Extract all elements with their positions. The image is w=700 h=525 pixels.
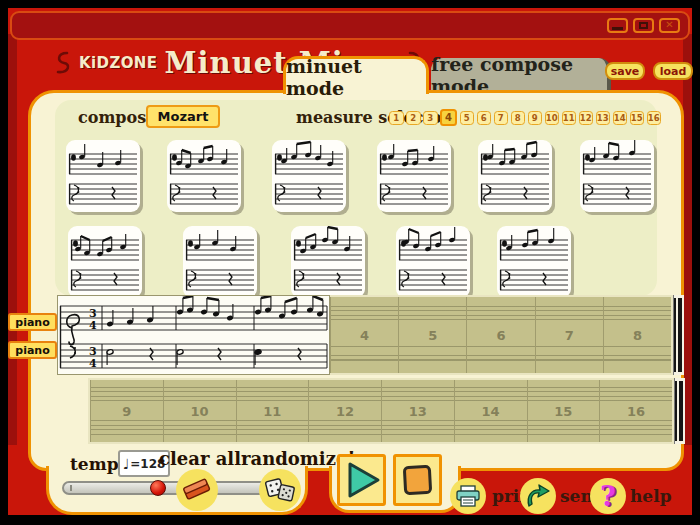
timeline-notation-measures-1-3: 3434: [57, 295, 330, 375]
tab-free-compose-mode[interactable]: free compose mode: [431, 58, 611, 91]
help-label[interactable]: help: [630, 486, 672, 506]
save-button[interactable]: save: [605, 62, 645, 80]
final-barline: [674, 378, 685, 444]
measure-button-13[interactable]: 13: [596, 111, 611, 125]
ornament-swirl-icon: [52, 50, 72, 76]
composer-select[interactable]: Mozart: [146, 105, 220, 128]
track-label-piano-1[interactable]: piano: [8, 313, 57, 331]
dice-icon: [263, 474, 297, 506]
quarter-note-icon: ♩: [123, 456, 130, 472]
timeline-measure-cell-14[interactable]: 14: [454, 380, 527, 442]
measure-button-7[interactable]: 7: [494, 111, 509, 125]
send-button[interactable]: [520, 478, 556, 514]
stop-button[interactable]: [393, 454, 442, 506]
brand-text: KiDZONE: [79, 54, 157, 72]
printer-icon: [455, 484, 481, 508]
measure-button-6[interactable]: 6: [477, 111, 492, 125]
send-arrow-icon: [524, 482, 552, 510]
svg-text:4: 4: [89, 319, 97, 332]
timeline-cells-9-16: 910111213141516: [88, 378, 674, 444]
eraser-icon: [180, 475, 214, 505]
phrase-card[interactable]: [272, 140, 346, 212]
phrase-card[interactable]: [291, 226, 365, 298]
measure-button-15[interactable]: 15: [630, 111, 645, 125]
timeline-row-2: 910111213141516: [88, 378, 685, 444]
final-barline: [673, 295, 684, 375]
phrase-card[interactable]: [478, 140, 552, 212]
play-button[interactable]: [337, 454, 386, 506]
print-button[interactable]: [450, 478, 486, 514]
measure-button-2[interactable]: 2: [406, 111, 421, 125]
question-mark-icon: ?: [600, 481, 616, 512]
phrase-card[interactable]: [580, 140, 654, 212]
timeline-measure-cell-9[interactable]: 9: [90, 380, 163, 442]
title-bar: [10, 11, 690, 40]
phrase-card[interactable]: [167, 140, 241, 212]
app-frame: KiDZONE Minuet Mixer minuet mode free co…: [8, 8, 692, 515]
measure-button-12[interactable]: 12: [579, 111, 594, 125]
window-controls: [607, 18, 680, 33]
measure-button-5[interactable]: 5: [460, 111, 475, 125]
svg-text:4: 4: [89, 357, 97, 370]
timeline-row-1: 3434 45678: [57, 295, 684, 375]
tempo-slider-knob[interactable]: [150, 480, 166, 496]
timeline-measure-cell-5[interactable]: 5: [398, 297, 466, 373]
timeline-measure-cell-12[interactable]: 12: [308, 380, 381, 442]
tab-minuet-mode[interactable]: minuet mode: [283, 56, 429, 94]
timeline-measure-cell-16[interactable]: 16: [599, 380, 672, 442]
measure-button-3[interactable]: 3: [423, 111, 438, 125]
timeline-measure-cell-15[interactable]: 15: [527, 380, 600, 442]
track-label-piano-2[interactable]: piano: [8, 341, 57, 359]
phrase-card[interactable]: [66, 140, 140, 212]
timeline-measure-cell-10[interactable]: 10: [163, 380, 236, 442]
load-button[interactable]: load: [653, 62, 693, 80]
measure-button-11[interactable]: 11: [562, 111, 577, 125]
measure-button-1[interactable]: 1: [389, 111, 404, 125]
minuet-mixer-window: KiDZONE Minuet Mixer minuet mode free co…: [0, 0, 700, 525]
measure-selector-buttons: 12345678910111213141516: [389, 108, 661, 127]
minimize-button[interactable]: [607, 18, 628, 33]
phrase-card[interactable]: [377, 140, 451, 212]
timeline-cells-4-8: 45678: [330, 295, 673, 375]
measure-button-9[interactable]: 9: [528, 111, 543, 125]
timeline-measure-cell-4[interactable]: 4: [330, 297, 398, 373]
phrase-card[interactable]: [183, 226, 257, 298]
timeline-measure-cell-8[interactable]: 8: [603, 297, 671, 373]
randomize-button[interactable]: [259, 469, 301, 511]
left-edge-decoration: [8, 34, 17, 445]
timeline-measure-cell-7[interactable]: 7: [535, 297, 603, 373]
play-icon: [340, 457, 383, 503]
measure-button-14[interactable]: 14: [613, 111, 628, 125]
measure-button-8[interactable]: 8: [511, 111, 526, 125]
clear-all-button[interactable]: [176, 469, 218, 511]
close-button[interactable]: [659, 18, 680, 33]
stop-icon: [396, 457, 439, 503]
phrase-card[interactable]: [68, 226, 142, 298]
measure-button-16[interactable]: 16: [647, 111, 662, 125]
measure-button-10[interactable]: 10: [545, 111, 560, 125]
timeline-measure-cell-13[interactable]: 13: [381, 380, 454, 442]
tempo-slider[interactable]: [62, 481, 279, 495]
maximize-button[interactable]: [633, 18, 654, 33]
timeline-measure-cell-11[interactable]: 11: [236, 380, 309, 442]
phrase-card[interactable]: [497, 226, 571, 298]
clear-all-label: clear all: [159, 448, 241, 469]
phrase-card[interactable]: [396, 226, 470, 298]
help-button[interactable]: ?: [590, 478, 626, 514]
measure-button-4[interactable]: 4: [440, 109, 457, 126]
timeline-measure-cell-6[interactable]: 6: [466, 297, 534, 373]
